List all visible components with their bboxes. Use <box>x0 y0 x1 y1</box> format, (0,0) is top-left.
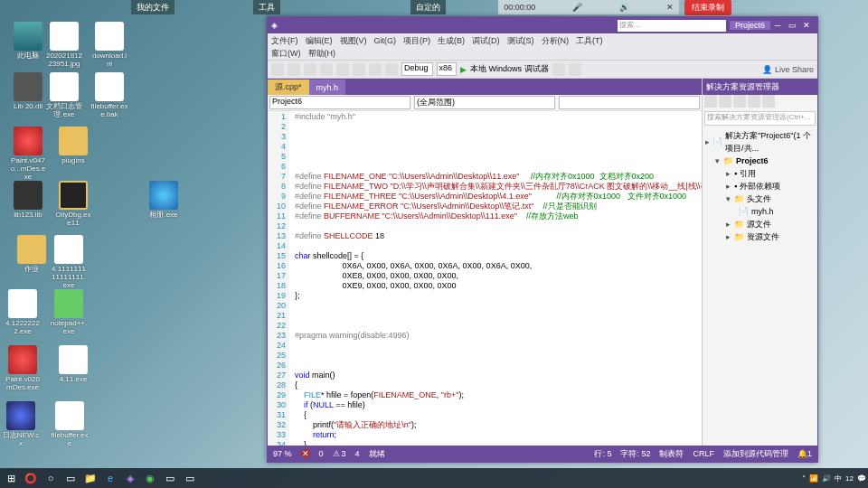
new-button[interactable] <box>304 63 316 76</box>
vs-toolbar: Debug x86 ▶ 本地 Windows 调试器 👤 Live Share <box>268 61 817 79</box>
source-control[interactable]: 添加到源代码管理 <box>723 448 788 460</box>
close-icon[interactable]: ✕ <box>666 3 674 12</box>
show-all-button[interactable] <box>748 95 760 108</box>
desktop-icon[interactable]: notepad++.exe <box>50 289 88 336</box>
status-ready: 就绪 <box>369 448 385 460</box>
desktop-icon[interactable]: Lib 20.dll <box>9 72 47 111</box>
tab-source-cpp[interactable]: 源.cpp* <box>268 80 309 95</box>
taskview-button[interactable]: ▭ <box>61 470 80 486</box>
solution-tree[interactable]: ▸📄解决方案"Project6"(1 个项目/共... ▾📁Project6 ▸… <box>703 127 817 446</box>
tray-time[interactable]: 12 <box>845 474 854 483</box>
forward-button[interactable] <box>288 63 300 76</box>
desktop-icon[interactable]: 4.12222222.exe <box>4 289 42 336</box>
collapse-button[interactable] <box>733 95 746 108</box>
maximize-button[interactable]: ▭ <box>785 21 799 30</box>
desktop-icon[interactable]: download.ini <box>90 22 128 69</box>
tray-notif-icon[interactable]: 💬 <box>857 474 866 483</box>
play-icon[interactable]: ▶ <box>460 65 467 74</box>
browser-icon[interactable]: ◉ <box>141 470 159 486</box>
desktop-icon[interactable]: Paint.v047o...mDes.exe <box>9 127 47 181</box>
desktop-icon[interactable]: 文档日志管理.exe <box>45 72 83 119</box>
topbar-tools[interactable]: 工具 <box>253 0 280 14</box>
menu-help[interactable]: 帮助(H) <box>308 48 336 60</box>
desktop-icon[interactable]: lib123.lib <box>9 181 47 220</box>
toolbar-btn[interactable] <box>552 63 565 76</box>
desktop-icon[interactable]: 日志NEW.cx <box>2 401 40 448</box>
save-button[interactable] <box>336 63 349 76</box>
topbar-custom[interactable]: 自定的 <box>410 0 446 14</box>
platform-select[interactable]: x86 <box>437 62 458 76</box>
open-button[interactable] <box>320 63 333 76</box>
menu-analyze[interactable]: 分析(N) <box>542 35 570 47</box>
app-icon[interactable]: ▭ <box>181 470 199 486</box>
desktop-icon[interactable]: 4.111111111111111.exe <box>50 235 88 289</box>
config-select[interactable]: Debug <box>401 62 433 76</box>
code-editor[interactable]: 1234567891011121314151617181920212223242… <box>268 111 702 446</box>
desktop-icon[interactable]: 相册.exe <box>145 181 183 220</box>
menu-git[interactable]: Git(G) <box>374 36 397 45</box>
app-icon[interactable]: ▭ <box>161 470 179 486</box>
solution-search-input[interactable]: 搜索解决方案资源管理器(Ctrl+... <box>704 111 816 126</box>
vs-search-input[interactable]: 搜索... <box>618 20 726 32</box>
errors-count[interactable]: ✕ <box>301 449 310 458</box>
topbar-mydoc[interactable]: 我的文件 <box>131 0 175 14</box>
properties-button[interactable] <box>762 95 775 108</box>
volume-icon[interactable]: 🔊 <box>619 3 629 12</box>
edge-icon[interactable]: e <box>101 470 119 486</box>
line-ending[interactable]: CRLF <box>693 449 714 458</box>
desktop-icon[interactable]: 此电脑 <box>9 22 47 61</box>
menu-build[interactable]: 生成(B) <box>438 35 465 47</box>
stop-record-button[interactable]: 结束录制 <box>679 0 737 14</box>
live-share-button[interactable]: 👤 Live Share <box>762 65 814 74</box>
home-button[interactable] <box>704 95 717 108</box>
menu-file[interactable]: 文件(F) <box>271 35 298 47</box>
menu-view[interactable]: 视图(V) <box>340 35 367 47</box>
search-button[interactable]: ⭕ <box>22 470 40 486</box>
system-tray[interactable]: ˄ 📶 🔊 中 12 💬 <box>802 474 866 483</box>
desktop-icon[interactable]: 20202181223951.jpg <box>45 22 83 69</box>
debugger-select[interactable]: 本地 Windows 调试器 <box>470 63 549 75</box>
indent-mode[interactable]: 制表符 <box>659 448 684 460</box>
warnings-count[interactable]: ⚠ 3 <box>333 449 346 458</box>
explorer-icon[interactable]: 📁 <box>81 470 99 486</box>
desktop-icon[interactable]: 4.11.exe <box>54 345 92 384</box>
scope-global-select[interactable]: (全局范围) <box>414 96 555 109</box>
timer: 00:00:00 <box>504 3 535 12</box>
code-content[interactable]: #include "myh.h" #define FILENAME_ONE "C… <box>289 111 702 446</box>
vs-titlebar[interactable]: ◈ 搜索... Project6 ─ ▭ ✕ <box>268 17 817 33</box>
cortana-button[interactable]: ○ <box>42 470 60 486</box>
toolbar-btn[interactable] <box>569 63 581 76</box>
menu-window[interactable]: 窗口(W) <box>271 48 301 60</box>
back-button[interactable] <box>271 63 284 76</box>
desktop-icon[interactable]: Paint.v020 mDes.exe <box>4 345 42 392</box>
zoom-level[interactable]: 97 % <box>273 449 292 458</box>
menu-debug[interactable]: 调试(D) <box>472 35 500 47</box>
tray-network-icon[interactable]: 📶 <box>809 474 818 483</box>
mic-icon[interactable]: 🎤 <box>572 3 582 12</box>
scope-member-select[interactable] <box>559 96 700 109</box>
menu-tools[interactable]: 工具(T) <box>576 35 603 47</box>
desktop-icon[interactable]: filebuffer.exe.bak <box>90 72 128 119</box>
line-numbers: 1234567891011121314151617181920212223242… <box>268 111 289 446</box>
menu-edit[interactable]: 编辑(E) <box>306 35 333 47</box>
tray-volume-icon[interactable]: 🔊 <box>822 474 831 483</box>
tray-up-icon[interactable]: ˄ <box>802 474 806 483</box>
menu-project[interactable]: 项目(P) <box>403 35 430 47</box>
redo-button[interactable] <box>385 63 398 76</box>
vs-icon[interactable]: ◈ <box>121 470 139 486</box>
tab-myh-h[interactable]: myh.h <box>309 80 346 95</box>
undo-button[interactable] <box>369 63 382 76</box>
notification-icon[interactable]: 🔔1 <box>797 449 812 458</box>
desktop-icon[interactable]: filebuffer.exe <box>51 401 89 448</box>
desktop-icon[interactable]: OllyDbg.exe11 <box>54 181 92 228</box>
start-button[interactable]: ⊞ <box>2 470 20 486</box>
close-button[interactable]: ✕ <box>799 21 814 30</box>
menu-test[interactable]: 测试(S) <box>507 35 534 47</box>
desktop-icon[interactable]: 作业 <box>13 235 51 274</box>
scope-project-select[interactable]: Project6 <box>269 96 410 109</box>
refresh-button[interactable] <box>719 95 731 108</box>
desktop-icon[interactable]: plugins <box>54 127 92 165</box>
minimize-button[interactable]: ─ <box>770 21 785 30</box>
tray-ime-icon[interactable]: 中 <box>835 474 842 483</box>
save-all-button[interactable] <box>353 63 365 76</box>
